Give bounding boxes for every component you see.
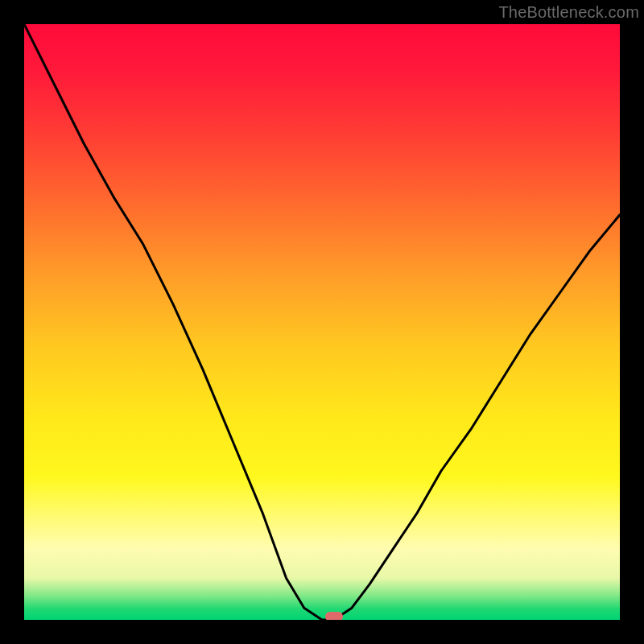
chart-frame: TheBottleneck.com (0, 0, 644, 644)
plot-area (24, 24, 620, 620)
curve-path (24, 24, 620, 620)
watermark-text: TheBottleneck.com (498, 3, 639, 22)
minimum-marker (325, 612, 343, 620)
curve-svg (24, 24, 620, 620)
